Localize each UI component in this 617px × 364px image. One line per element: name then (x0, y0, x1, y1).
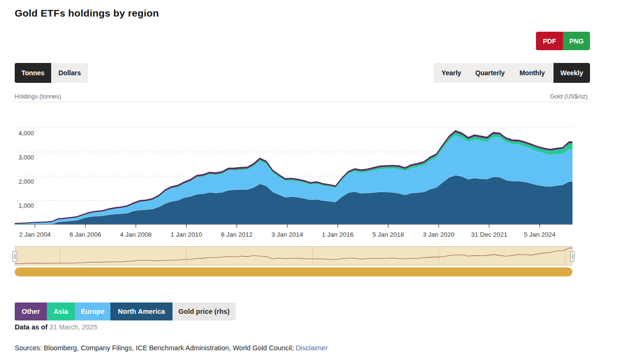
frequency-toggle-monthly[interactable]: Monthly (511, 63, 553, 83)
svg-text:4,000: 4,000 (18, 130, 34, 137)
data-as-of-date: 31 March, 2025 (47, 323, 97, 331)
disclaimer-link[interactable]: Disclaimer (296, 344, 328, 352)
sources-line: Sources: Bloomberg, Company Filings, ICE… (15, 344, 328, 352)
chart-scrollbar[interactable] (15, 267, 572, 276)
legend-item-asia[interactable]: Asia (47, 302, 75, 320)
frequency-toggle: Yearly Quarterly Monthly Weekly (434, 63, 590, 83)
data-as-of-label: Data as of (15, 323, 47, 331)
navigator-background[interactable] (15, 247, 572, 266)
legend-item-gold-price[interactable]: Gold price (rhs) (172, 302, 236, 320)
main-chart[interactable]: 1,0002,0003,0004,0002 Jan 20046 Jan 2006… (15, 104, 572, 238)
export-buttons: PDF PNG (536, 32, 590, 50)
sources-text: Sources: Bloomberg, Company Filings, ICE… (15, 344, 296, 352)
legend-item-north-america[interactable]: North America (110, 302, 172, 320)
unit-toggle-tonnes[interactable]: Tonnes (15, 63, 51, 83)
right-axis-title: Gold (US$/oz) (455, 93, 588, 100)
svg-text:5 Jan 2024: 5 Jan 2024 (524, 231, 555, 238)
svg-text:31 Dec 2021: 31 Dec 2021 (471, 231, 508, 238)
main-chart-svg[interactable]: 1,0002,0003,0004,0002 Jan 20046 Jan 2006… (15, 104, 572, 238)
chart-legend: Other Asia Europe North America Gold pri… (15, 302, 236, 320)
svg-text:3 Jan 2014: 3 Jan 2014 (272, 231, 303, 238)
chart-navigator[interactable] (15, 246, 572, 266)
navigator-right-handle[interactable] (570, 251, 575, 262)
svg-text:1 Jan 2010: 1 Jan 2010 (171, 231, 202, 238)
frequency-toggle-yearly[interactable]: Yearly (434, 63, 469, 83)
svg-text:2 Jan 2004: 2 Jan 2004 (19, 231, 51, 238)
chart-top-separator (15, 102, 588, 102)
x-axis: 2 Jan 20046 Jan 20064 Jan 20081 Jan 2010… (15, 224, 572, 238)
unit-toggle: Tonnes Dollars (15, 63, 88, 83)
svg-text:1,000: 1,000 (18, 202, 34, 209)
svg-text:6 Jan 2012: 6 Jan 2012 (221, 231, 253, 238)
navigator-left-handle[interactable] (12, 251, 17, 262)
gold-etf-chart-widget: Gold ETFs holdings by region PDF PNG Ton… (0, 0, 617, 364)
left-axis-title: Holdings (tonnes) (15, 93, 61, 100)
svg-text:4 Jan 2008: 4 Jan 2008 (120, 231, 152, 238)
legend-item-europe[interactable]: Europe (75, 302, 110, 320)
svg-text:5 Jan 2018: 5 Jan 2018 (372, 231, 404, 238)
svg-text:2,000: 2,000 (18, 178, 34, 185)
pdf-button[interactable]: PDF (536, 32, 563, 50)
legend-item-other[interactable]: Other (15, 302, 47, 320)
data-as-of: Data as of31 March, 2025 (15, 323, 97, 331)
png-button[interactable]: PNG (563, 32, 590, 50)
svg-text:1 Jan 2016: 1 Jan 2016 (322, 231, 354, 238)
stacked-areas[interactable] (15, 131, 572, 224)
frequency-toggle-quarterly[interactable]: Quarterly (469, 63, 511, 83)
svg-text:3 Jan 2020: 3 Jan 2020 (423, 231, 454, 238)
navigator-svg[interactable] (15, 246, 572, 266)
page-title: Gold ETFs holdings by region (15, 8, 159, 19)
unit-toggle-dollars[interactable]: Dollars (51, 63, 88, 83)
frequency-toggle-weekly[interactable]: Weekly (553, 63, 590, 83)
svg-text:3,000: 3,000 (18, 154, 34, 161)
svg-text:6 Jan 2006: 6 Jan 2006 (70, 231, 101, 238)
